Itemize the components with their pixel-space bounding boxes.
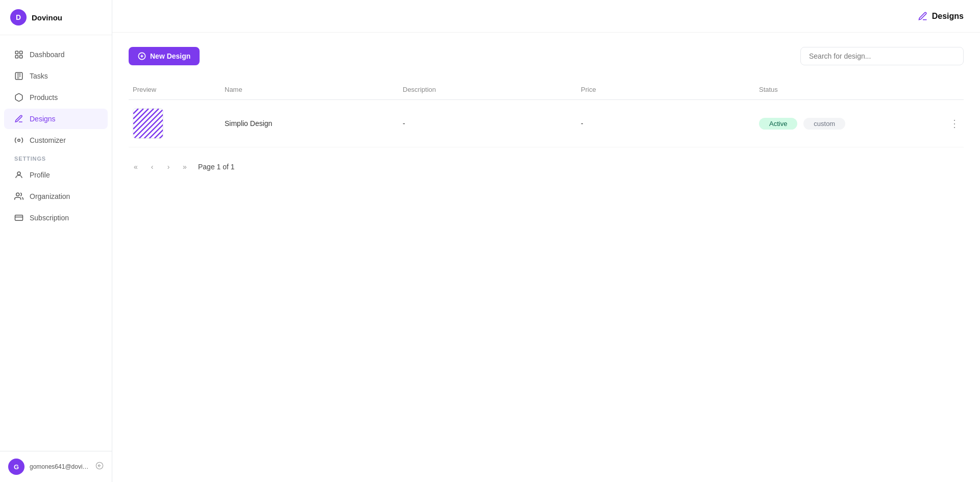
content-header: New Design	[129, 47, 964, 65]
sidebar-item-dashboard-label: Dashboard	[30, 50, 65, 59]
svg-rect-0	[15, 51, 18, 54]
topbar: Designs	[112, 0, 980, 33]
sidebar-nav: Dashboard Tasks Products Designs Customi…	[0, 35, 112, 451]
col-description: Description	[399, 84, 577, 95]
pagination: « ‹ › » Page 1 of 1	[129, 160, 964, 174]
table-header: Preview Name Description Price Status	[129, 80, 964, 100]
design-thumbnail	[133, 108, 163, 139]
row-preview	[129, 106, 220, 141]
col-price: Price	[577, 84, 755, 95]
settings-label: SETTINGS	[0, 151, 112, 164]
pagination-next-button[interactable]: ›	[161, 160, 176, 174]
sidebar-item-profile-label: Profile	[30, 171, 50, 179]
topbar-title: Designs	[918, 11, 964, 21]
sidebar-logo: D Dovinou	[0, 0, 112, 35]
sidebar-item-subscription[interactable]: Subscription	[4, 208, 108, 228]
sidebar-item-products-label: Products	[30, 93, 58, 102]
pagination-prev-button[interactable]: ‹	[145, 160, 159, 174]
status-badge: Active	[759, 118, 797, 130]
footer-avatar: G	[8, 459, 24, 475]
sidebar-item-tasks[interactable]: Tasks	[4, 66, 108, 86]
sidebar-footer: G gomones641@dovinou.com	[0, 451, 112, 482]
row-description: -	[399, 117, 577, 130]
svg-rect-8	[15, 215, 23, 221]
sidebar-item-subscription-label: Subscription	[30, 214, 69, 222]
row-price: -	[577, 117, 755, 130]
tasks-icon	[14, 71, 23, 81]
designs-icon-topbar	[918, 11, 928, 21]
organization-icon	[14, 192, 23, 201]
sidebar-item-profile[interactable]: Profile	[4, 165, 108, 185]
col-status: Status	[755, 84, 933, 95]
logout-icon[interactable]	[95, 462, 104, 472]
svg-rect-2	[15, 56, 18, 58]
svg-point-7	[16, 193, 19, 196]
sidebar-item-customizer[interactable]: Customizer	[4, 130, 108, 150]
new-design-button-label: New Design	[150, 52, 190, 60]
row-status: Active custom	[755, 116, 933, 132]
sidebar-item-organization-label: Organization	[30, 192, 70, 200]
sidebar-item-products[interactable]: Products	[4, 87, 108, 108]
col-name: Name	[220, 84, 399, 95]
plus-circle-icon	[138, 52, 146, 60]
subscription-icon	[14, 213, 23, 222]
row-name: Simplio Design	[220, 117, 399, 130]
svg-point-6	[17, 172, 20, 175]
sidebar-item-designs-label: Designs	[30, 115, 56, 123]
col-preview: Preview	[129, 84, 220, 95]
sidebar-item-designs[interactable]: Designs	[4, 109, 108, 129]
pagination-last-button[interactable]: »	[178, 160, 192, 174]
profile-icon	[14, 170, 23, 180]
designs-icon	[14, 114, 23, 123]
logo-avatar: D	[10, 9, 27, 26]
table-row: Simplio Design - - Active custom ⋮	[129, 100, 964, 147]
topbar-title-text: Designs	[932, 12, 964, 21]
sidebar: D Dovinou Dashboard Tasks Products Desig…	[0, 0, 112, 482]
sidebar-item-tasks-label: Tasks	[30, 72, 48, 80]
page-content: New Design Preview Name Description Pric…	[112, 33, 980, 482]
pagination-info: Page 1 of 1	[198, 163, 235, 171]
sidebar-item-dashboard[interactable]: Dashboard	[4, 44, 108, 65]
sidebar-item-customizer-label: Customizer	[30, 136, 66, 144]
designs-table: Preview Name Description Price Status	[129, 80, 964, 147]
new-design-button[interactable]: New Design	[129, 47, 200, 65]
row-actions-menu[interactable]: ⋮	[933, 115, 964, 132]
search-input[interactable]	[800, 47, 964, 65]
svg-rect-3	[20, 56, 22, 58]
svg-point-5	[18, 139, 20, 142]
col-actions	[933, 84, 964, 95]
customizer-icon	[14, 136, 23, 145]
main-content: Designs New Design Preview Name Descript…	[112, 0, 980, 482]
more-options-icon[interactable]: ⋮	[949, 117, 960, 130]
products-icon	[14, 93, 23, 102]
sidebar-item-organization[interactable]: Organization	[4, 186, 108, 207]
pagination-first-button[interactable]: «	[129, 160, 143, 174]
custom-badge: custom	[803, 118, 845, 130]
app-name: Dovinou	[32, 13, 62, 22]
svg-rect-1	[20, 51, 22, 54]
footer-email: gomones641@dovinou.com	[30, 463, 90, 470]
dashboard-icon	[14, 50, 23, 59]
